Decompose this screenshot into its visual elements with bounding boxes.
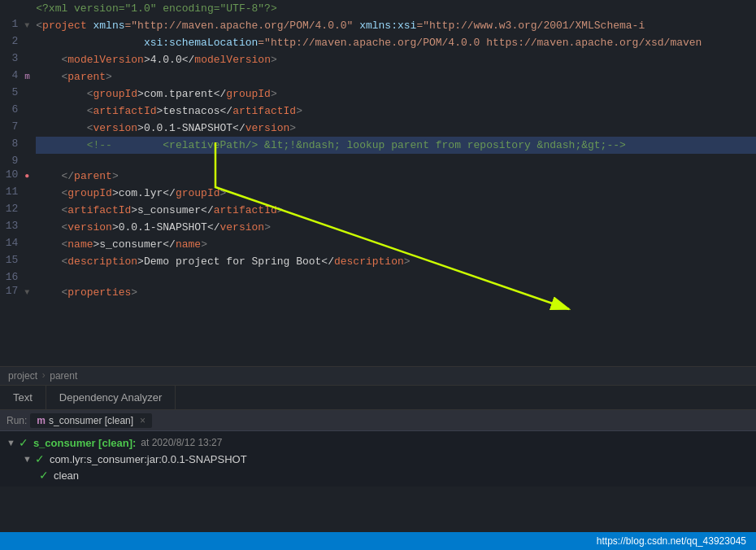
code-cell bbox=[36, 270, 756, 284]
line-number: 6 bbox=[0, 103, 24, 120]
line-number: 17 bbox=[0, 284, 24, 301]
check-icon: ✓ bbox=[39, 469, 49, 482]
line-number: 3 bbox=[0, 51, 24, 68]
code-cell: <groupId>com.tparent</groupId> bbox=[36, 85, 756, 103]
status-bar: https://blog.csdn.net/qq_43923045 bbox=[0, 532, 756, 550]
status-url: https://blog.csdn.net/qq_43923045 bbox=[597, 535, 746, 547]
tree-item-time: at 2020/8/12 13:27 bbox=[141, 437, 222, 448]
table-row: <?xml version="1.0" encoding="UTF-8"?> bbox=[0, 0, 756, 17]
run-tab-text: s_consumer [clean] bbox=[49, 415, 133, 426]
table-row: 13 <version>0.0.1-SNAPSHOT</version> bbox=[0, 219, 756, 236]
code-cell: <parent> bbox=[36, 68, 756, 85]
gutter-cell: ▼ bbox=[24, 284, 36, 301]
line-number: 10 bbox=[0, 168, 24, 185]
tab-text[interactable]: Text bbox=[0, 386, 46, 410]
table-row: 10● </parent> bbox=[0, 168, 756, 185]
gutter-cell bbox=[24, 270, 36, 284]
tree-item-label: com.lyr:s_consumer:jar:0.0.1-SNAPSHOT bbox=[50, 453, 247, 465]
gutter-cell bbox=[24, 185, 36, 202]
line-number: 15 bbox=[0, 253, 24, 270]
list-item[interactable]: ▼✓s_consumer [clean]:at 2020/8/12 13:27 bbox=[0, 434, 756, 451]
line-number: 12 bbox=[0, 202, 24, 219]
gutter-cell bbox=[24, 85, 36, 103]
line-number: 1 bbox=[0, 17, 24, 34]
code-cell: </parent> bbox=[36, 168, 756, 185]
table-row: 7 <version>0.0.1-SNAPSHOT</version> bbox=[0, 120, 756, 137]
table-row: 14 <name>s_consumer</name> bbox=[0, 236, 756, 253]
tree-item-label: s_consumer [clean]: bbox=[33, 437, 136, 449]
code-cell: <version>0.0.1-SNAPSHOT</version> bbox=[36, 120, 756, 137]
tree-item-label: clean bbox=[54, 469, 79, 482]
gutter-cell: ▼ bbox=[24, 17, 36, 34]
table-row: 6 <artifactId>testnacos</artifactId> bbox=[0, 103, 756, 120]
list-item[interactable]: ✓clean bbox=[0, 467, 756, 483]
code-cell: <modelVersion>4.0.0</modelVersion> bbox=[36, 51, 756, 68]
gutter-cell bbox=[24, 154, 36, 168]
gutter-cell bbox=[24, 34, 36, 51]
code-cell: <artifactId>s_consumer</artifactId> bbox=[36, 202, 756, 219]
run-bar: Run: m s_consumer [clean] × bbox=[0, 410, 756, 431]
code-cell: <description>Demo project for Spring Boo… bbox=[36, 253, 756, 270]
table-row: 16 bbox=[0, 270, 756, 284]
gutter-cell bbox=[24, 253, 36, 270]
gutter-cell bbox=[24, 236, 36, 253]
code-cell: <project xmlns="http://maven.apache.org/… bbox=[36, 17, 756, 34]
code-cell: xsi:schemaLocation="http://maven.apache.… bbox=[36, 34, 756, 51]
line-number: 13 bbox=[0, 219, 24, 236]
tab-dependency-analyzer[interactable]: Dependency Analyzer bbox=[46, 386, 176, 410]
breadcrumb-bar: project › parent bbox=[0, 366, 756, 386]
code-cell: <version>0.0.1-SNAPSHOT</version> bbox=[36, 219, 756, 236]
tree-toggle-icon[interactable]: ▼ bbox=[23, 454, 32, 464]
table-row: 2 xsi:schemaLocation="http://maven.apach… bbox=[0, 34, 756, 51]
table-row: 3 <modelVersion>4.0.0</modelVersion> bbox=[0, 51, 756, 68]
line-number: 14 bbox=[0, 236, 24, 253]
line-number: 7 bbox=[0, 120, 24, 137]
table-row: 9 bbox=[0, 154, 756, 168]
code-cell: <name>s_consumer</name> bbox=[36, 236, 756, 253]
check-icon: ✓ bbox=[35, 452, 45, 465]
run-label: Run: bbox=[7, 415, 27, 426]
line-number: 9 bbox=[0, 154, 24, 168]
breadcrumb-separator: › bbox=[41, 370, 46, 382]
line-number: 4 bbox=[0, 68, 24, 85]
editor-area: <?xml version="1.0" encoding="UTF-8"?>1▼… bbox=[0, 0, 756, 366]
code-table: <?xml version="1.0" encoding="UTF-8"?>1▼… bbox=[0, 0, 756, 301]
code-cell: <?xml version="1.0" encoding="UTF-8"?> bbox=[36, 0, 756, 17]
code-cell: <groupId>com.lyr</groupId> bbox=[36, 185, 756, 202]
gutter-cell bbox=[24, 219, 36, 236]
gutter-cell bbox=[24, 137, 36, 154]
table-row: 5 <groupId>com.tparent</groupId> bbox=[0, 85, 756, 103]
check-icon: ✓ bbox=[19, 436, 28, 449]
line-number: 2 bbox=[0, 34, 24, 51]
gutter-cell bbox=[24, 120, 36, 137]
line-number: 16 bbox=[0, 270, 24, 284]
table-row: 12 <artifactId>s_consumer</artifactId> bbox=[0, 202, 756, 219]
gutter-cell: m bbox=[24, 68, 36, 85]
bottom-panel: ▼✓s_consumer [clean]:at 2020/8/12 13:27▼… bbox=[0, 431, 756, 487]
tab-bar: Text Dependency Analyzer bbox=[0, 386, 756, 410]
gutter-cell bbox=[24, 51, 36, 68]
table-row: 8 <!-- <relativePath/> &lt;!&ndash; look… bbox=[0, 137, 756, 154]
gutter-cell bbox=[24, 0, 36, 17]
table-row: 11 <groupId>com.lyr</groupId> bbox=[0, 185, 756, 202]
gutter-cell bbox=[24, 202, 36, 219]
list-item[interactable]: ▼✓com.lyr:s_consumer:jar:0.0.1-SNAPSHOT bbox=[0, 451, 756, 467]
table-row: 1▼<project xmlns="http://maven.apache.or… bbox=[0, 17, 756, 34]
table-row: 15 <description>Demo project for Spring … bbox=[0, 253, 756, 270]
code-cell bbox=[36, 154, 756, 168]
code-cell: <!-- <relativePath/> &lt;!&ndash; lookup… bbox=[36, 137, 756, 154]
m-icon: m bbox=[37, 415, 46, 426]
gutter-cell bbox=[24, 103, 36, 120]
code-cell: <artifactId>testnacos</artifactId> bbox=[36, 103, 756, 120]
code-cell: <properties> bbox=[36, 284, 756, 301]
table-row: 4m <parent> bbox=[0, 68, 756, 85]
line-number: 5 bbox=[0, 85, 24, 103]
table-row: 17▼ <properties> bbox=[0, 284, 756, 301]
breadcrumb-item-project[interactable]: project bbox=[8, 370, 37, 382]
tree-toggle-icon[interactable]: ▼ bbox=[7, 438, 15, 447]
breadcrumb-item-parent[interactable]: parent bbox=[50, 370, 77, 382]
line-number: 8 bbox=[0, 137, 24, 154]
run-tab-close[interactable]: × bbox=[140, 415, 146, 426]
line-number bbox=[0, 0, 24, 17]
run-tab[interactable]: m s_consumer [clean] × bbox=[30, 413, 152, 428]
